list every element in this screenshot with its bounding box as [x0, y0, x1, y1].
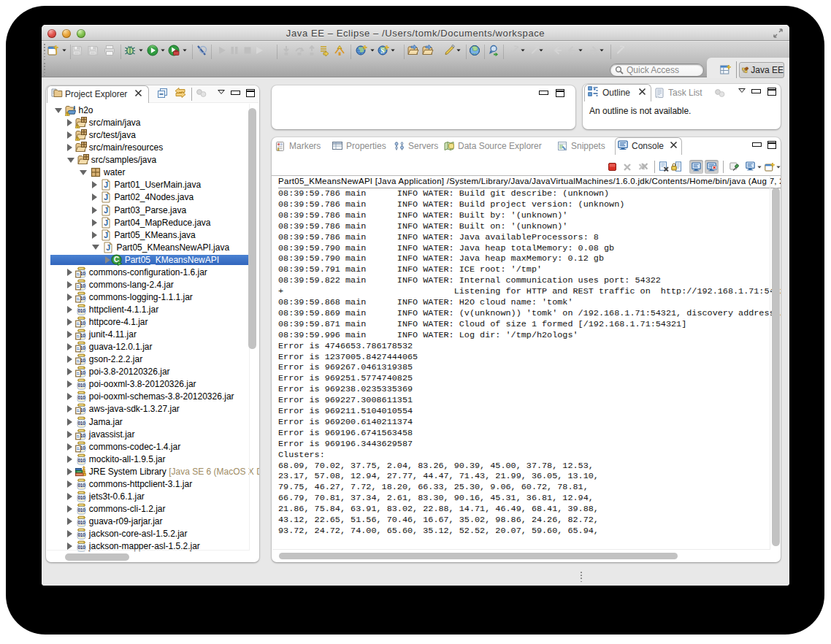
svg-text:J: J: [104, 206, 109, 215]
svg-text:J: J: [104, 180, 109, 189]
svg-text:010: 010: [77, 308, 85, 313]
svg-text:010: 010: [77, 395, 85, 400]
svg-text:010: 010: [77, 383, 85, 388]
svg-text:J: J: [104, 231, 109, 239]
svg-text:010: 010: [77, 482, 85, 487]
svg-text:J: J: [107, 243, 111, 252]
svg-text:S: S: [380, 47, 384, 55]
svg-text:010: 010: [77, 420, 85, 425]
svg-text:010: 010: [77, 507, 85, 512]
svg-text:010: 010: [77, 545, 85, 550]
svg-text:J: J: [104, 193, 109, 202]
svg-text:010: 010: [77, 532, 85, 537]
svg-text:J: J: [104, 218, 109, 227]
svg-text:010: 010: [77, 494, 85, 499]
svg-text:010: 010: [77, 457, 85, 462]
svg-text:010: 010: [77, 520, 85, 525]
